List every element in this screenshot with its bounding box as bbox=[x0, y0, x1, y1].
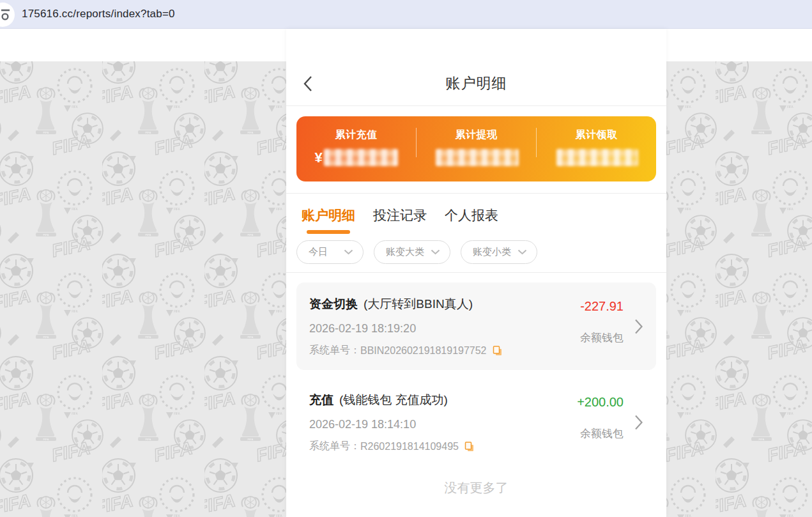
summary-value bbox=[555, 149, 638, 166]
txn-title: 资金切换 bbox=[309, 296, 358, 313]
chevron-down-icon bbox=[517, 249, 527, 255]
back-chevron-icon bbox=[303, 75, 313, 93]
url-text[interactable]: 175616.cc/reports/index?tab=0 bbox=[22, 8, 175, 20]
summary-card-wrap: 累计充值 ¥ 累计提现 bbox=[286, 106, 666, 193]
masked-value bbox=[324, 149, 398, 166]
browser-window: 175616.cc/reports/index?tab=0 bbox=[0, 0, 812, 517]
filter-label: 账变小类 bbox=[473, 246, 511, 258]
txn-order-row: 系统单号： R2602191814109495 bbox=[309, 440, 577, 453]
chevron-right-icon[interactable] bbox=[634, 414, 643, 431]
txn-title-row: 充值 (钱能钱包 充值成功) bbox=[309, 392, 577, 408]
summary-label: 累计充值 bbox=[335, 128, 378, 142]
summary-item-total-withdrawal: 累计提现 bbox=[417, 116, 536, 181]
tab-personal-report[interactable]: 个人报表 bbox=[445, 206, 498, 234]
page-background: FIFA FIFA FIFA bbox=[0, 29, 812, 517]
txn-wallet: 余额钱包 bbox=[580, 330, 624, 345]
txn-datetime: 2026-02-19 18:19:20 bbox=[309, 322, 580, 336]
summary-label: 累计提现 bbox=[456, 128, 498, 142]
tabs: 账户明细 投注记录 个人报表 bbox=[286, 194, 666, 234]
txn-order-row: 系统单号： BBIN202602191819197752 bbox=[309, 344, 580, 357]
transaction-item[interactable]: 资金切换 (大厅转到BBIN真人) 2026-02-19 18:19:20 系统… bbox=[296, 282, 656, 370]
summary-card: 累计充值 ¥ 累计提现 bbox=[296, 116, 656, 181]
txn-main: 充值 (钱能钱包 充值成功) 2026-02-19 18:14:10 系统单号：… bbox=[309, 392, 577, 453]
tab-label: 账户明细 bbox=[302, 208, 355, 222]
transaction-list: 资金切换 (大厅转到BBIN真人) 2026-02-19 18:19:20 系统… bbox=[286, 273, 666, 497]
filter-major-category-dropdown[interactable]: 账变大类 bbox=[374, 240, 450, 264]
txn-datetime: 2026-02-19 18:14:10 bbox=[309, 418, 577, 431]
masked-value bbox=[436, 149, 519, 166]
chevron-down-icon bbox=[431, 249, 440, 255]
no-more-text: 没有更多了 bbox=[296, 479, 656, 497]
txn-order-no: BBIN202602191819197752 bbox=[360, 345, 487, 357]
summary-label: 累计领取 bbox=[576, 128, 618, 142]
page-title: 账户明细 bbox=[446, 73, 507, 93]
filter-label: 账变大类 bbox=[386, 246, 424, 258]
filter-label: 今日 bbox=[309, 246, 328, 258]
txn-amount: +200.00 bbox=[577, 395, 624, 410]
txn-note: (钱能钱包 充值成功) bbox=[339, 392, 448, 408]
txn-order-label: 系统单号： bbox=[309, 344, 360, 357]
filter-minor-category-dropdown[interactable]: 账变小类 bbox=[461, 240, 537, 264]
txn-amount: -227.91 bbox=[580, 299, 624, 314]
txn-title: 充值 bbox=[309, 392, 333, 408]
transaction-item[interactable]: 充值 (钱能钱包 充值成功) 2026-02-19 18:14:10 系统单号：… bbox=[296, 378, 656, 466]
site-favicon[interactable] bbox=[0, 3, 15, 27]
active-tab-underline bbox=[307, 230, 350, 234]
app-view: 账户明细 累计充值 ¥ 累计提现 bbox=[286, 29, 666, 517]
txn-wallet: 余额钱包 bbox=[580, 426, 624, 441]
tab-bet-records[interactable]: 投注记录 bbox=[373, 206, 427, 234]
back-button[interactable] bbox=[303, 74, 319, 93]
copy-icon[interactable] bbox=[492, 345, 503, 357]
chevron-right-icon[interactable] bbox=[634, 318, 643, 335]
chevron-down-icon bbox=[344, 249, 353, 255]
masked-value bbox=[556, 149, 638, 166]
site-icon-glyph bbox=[0, 3, 15, 27]
copy-icon[interactable] bbox=[464, 441, 475, 452]
app-header: 账户明细 bbox=[286, 61, 666, 106]
txn-note: (大厅转到BBIN真人) bbox=[364, 296, 473, 313]
browser-address-bar[interactable]: 175616.cc/reports/index?tab=0 bbox=[0, 0, 812, 29]
txn-order-no: R2602191814109495 bbox=[360, 441, 459, 452]
tab-label: 投注记录 bbox=[373, 208, 427, 222]
summary-value bbox=[434, 149, 519, 166]
tab-account-details[interactable]: 账户明细 bbox=[302, 206, 355, 234]
txn-order-label: 系统单号： bbox=[309, 440, 360, 453]
txn-main: 资金切换 (大厅转到BBIN真人) 2026-02-19 18:19:20 系统… bbox=[309, 296, 580, 357]
summary-value: ¥ bbox=[314, 149, 397, 166]
txn-right: +200.00 余额钱包 bbox=[577, 392, 624, 453]
txn-title-row: 资金切换 (大厅转到BBIN真人) bbox=[309, 296, 580, 313]
tab-label: 个人报表 bbox=[445, 208, 498, 222]
currency-prefix: ¥ bbox=[314, 150, 322, 166]
summary-item-total-claimed: 累计领取 bbox=[537, 116, 656, 181]
filter-date-dropdown[interactable]: 今日 bbox=[296, 240, 364, 264]
summary-item-total-deposit: 累计充值 ¥ bbox=[296, 116, 416, 181]
txn-right: -227.91 余额钱包 bbox=[580, 296, 624, 357]
filter-bar: 今日 账变大类 账变小类 bbox=[286, 234, 666, 272]
